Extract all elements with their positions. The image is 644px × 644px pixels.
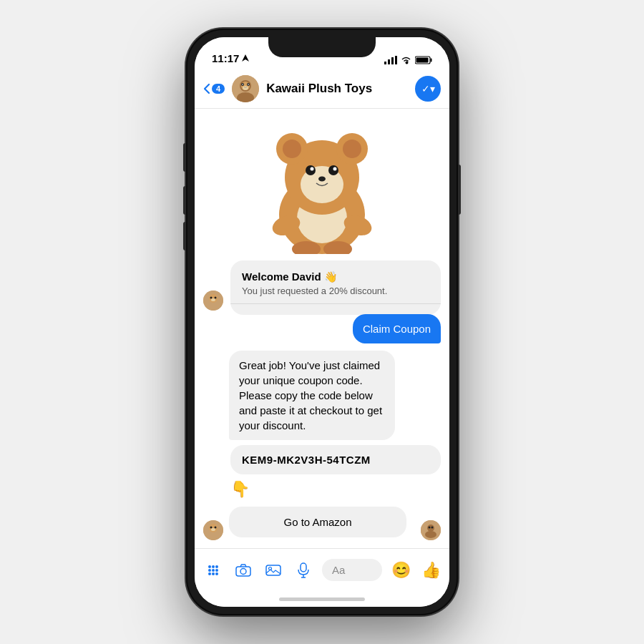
back-badge: 4 [212, 84, 225, 94]
svg-rect-7 [416, 58, 429, 63]
bot-avatar-1 [203, 291, 223, 311]
user-avatar-right [421, 520, 441, 540]
svg-point-25 [306, 165, 316, 175]
battery-icon [415, 56, 432, 64]
home-indicator [195, 591, 449, 607]
camera-icon-button[interactable] [232, 559, 255, 582]
svg-point-46 [429, 527, 431, 529]
time-display: 11:17 [212, 52, 239, 64]
svg-rect-6 [431, 59, 432, 62]
svg-point-14 [242, 84, 243, 85]
product-image-area [195, 114, 449, 258]
like-icon: 👍 [421, 561, 441, 580]
message-input[interactable]: Aa [322, 559, 382, 581]
welcome-subtitle: You just requested a 20% discount. [242, 286, 429, 296]
svg-point-36 [210, 297, 213, 299]
svg-point-35 [209, 294, 218, 303]
welcome-title: Welcome David 👋 [242, 270, 429, 283]
svg-point-57 [215, 572, 218, 575]
svg-point-21 [283, 140, 301, 158]
svg-point-28 [333, 167, 337, 171]
svg-point-15 [248, 84, 249, 85]
grid-icon [206, 563, 220, 577]
svg-point-55 [208, 572, 211, 575]
svg-point-51 [215, 565, 218, 568]
emoji-button[interactable]: 😊 [389, 559, 412, 582]
status-time: 11:17 [212, 52, 249, 64]
outgoing-claim-row: Claim Coupon [195, 312, 449, 346]
svg-marker-0 [242, 54, 249, 62]
svg-rect-2 [388, 59, 390, 64]
notch [268, 37, 376, 57]
signal-icon [384, 56, 397, 64]
status-icons [384, 56, 432, 64]
phone-wrapper: 11:17 [186, 29, 458, 615]
go-to-amazon-button[interactable]: Go to Amazon [229, 507, 406, 537]
like-button[interactable]: 👍 [419, 559, 442, 582]
back-button[interactable]: 4 [203, 83, 225, 94]
emoji-row: 👇 [230, 480, 441, 499]
welcome-card: Welcome David 👋 You just requested a 20%… [230, 260, 441, 315]
home-bar [279, 597, 365, 601]
chat-body: Welcome David 👋 You just requested a 20%… [195, 109, 449, 548]
back-chevron-icon [203, 83, 210, 94]
phone-screen: 11:17 [195, 37, 449, 607]
svg-point-45 [427, 525, 434, 532]
photo-icon-button[interactable] [262, 559, 285, 582]
product-image [258, 122, 386, 254]
header-avatar [232, 75, 259, 102]
svg-rect-62 [301, 563, 306, 572]
camera-icon [235, 564, 251, 577]
svg-point-41 [210, 527, 213, 529]
svg-rect-60 [266, 565, 280, 575]
svg-point-37 [215, 297, 217, 299]
mic-icon-button[interactable] [292, 559, 315, 582]
svg-point-59 [240, 568, 246, 574]
svg-rect-3 [391, 57, 394, 64]
svg-point-38 [211, 298, 215, 301]
welcome-card-content: Welcome David 👋 You just requested a 20%… [230, 260, 441, 303]
svg-point-52 [208, 569, 211, 572]
svg-point-29 [318, 177, 326, 182]
check-icon: ✓▾ [421, 83, 435, 94]
svg-point-34 [203, 291, 223, 311]
svg-rect-4 [395, 56, 397, 64]
svg-point-53 [212, 569, 215, 572]
header-chat-name: Kawaii Plush Toys [266, 82, 408, 96]
header-action-button[interactable]: ✓▾ [415, 76, 441, 102]
svg-point-27 [311, 167, 314, 171]
svg-point-23 [343, 140, 361, 158]
svg-point-47 [431, 527, 434, 529]
grid-icon-button[interactable] [202, 559, 225, 582]
mic-icon [298, 562, 309, 578]
location-icon [242, 54, 249, 63]
coupon-code-box[interactable]: KEM9-MK2V3H-54TCZM [230, 445, 441, 474]
photo-icon [265, 564, 281, 577]
emoji-icon: 😊 [391, 561, 411, 580]
input-bar: Aa 😊 👍 [195, 548, 449, 591]
svg-rect-1 [384, 62, 386, 64]
bot-avatar-2 [203, 520, 223, 540]
amazon-card: Go to Amazon [229, 507, 406, 537]
svg-point-48 [425, 531, 436, 538]
wifi-icon [401, 57, 411, 64]
svg-point-56 [212, 572, 215, 575]
incoming-greatjob-bubble: Great job! You've just claimed your uniq… [229, 351, 395, 440]
chat-header: 4 Kawaii Plush Toys ✓▾ [195, 69, 449, 109]
svg-point-54 [215, 569, 218, 572]
svg-point-16 [243, 86, 248, 90]
input-placeholder: Aa [332, 564, 345, 576]
svg-point-26 [328, 165, 338, 175]
outgoing-claim-bubble[interactable]: Claim Coupon [353, 314, 441, 343]
svg-point-43 [211, 528, 215, 531]
svg-point-49 [208, 565, 211, 568]
svg-point-50 [212, 565, 215, 568]
svg-point-42 [215, 527, 217, 529]
